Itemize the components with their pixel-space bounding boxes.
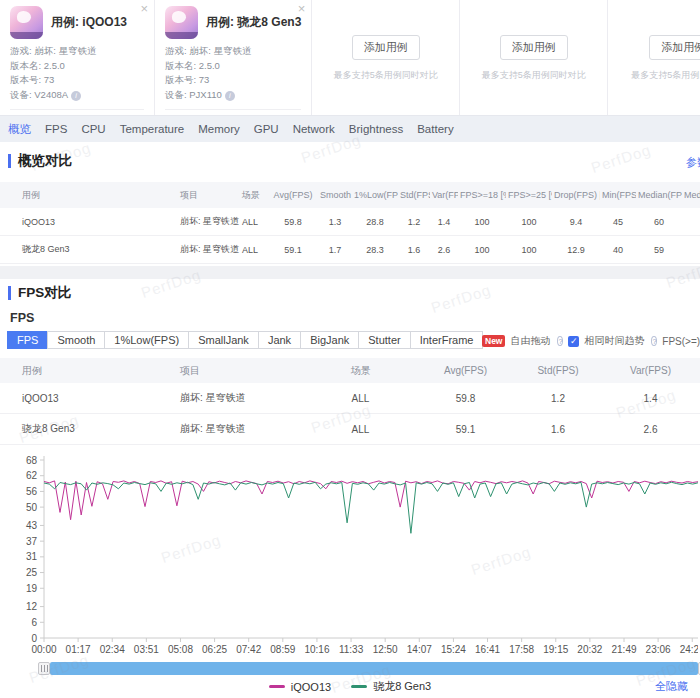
section-divider-band bbox=[0, 266, 700, 279]
case-version-name: 版本名: 2.5.0 bbox=[165, 59, 301, 74]
case-game: 游戏: 崩坏: 星穹铁道 bbox=[165, 44, 301, 59]
svg-text:14:07: 14:07 bbox=[407, 644, 432, 655]
svg-text:08:59: 08:59 bbox=[270, 644, 295, 655]
table-cell: 45 bbox=[600, 217, 636, 227]
svg-text:02:34: 02:34 bbox=[100, 644, 125, 655]
case-cards-row: × 用例: iQOO13 游戏: 崩坏: 星穹铁道 版本名: 2.5.0 版本号… bbox=[0, 0, 700, 116]
svg-text:06:25: 06:25 bbox=[202, 644, 227, 655]
svg-text:62: 62 bbox=[26, 470, 38, 481]
metric-button-smooth[interactable]: Smooth bbox=[47, 331, 105, 349]
legend-item-iqoo13[interactable]: iQOO13 bbox=[269, 681, 331, 693]
table-cell: 1.2 bbox=[398, 217, 430, 227]
column-header: 项目 bbox=[178, 189, 240, 202]
tab-概览[interactable]: 概览 bbox=[8, 122, 31, 137]
case-version-name: 版本名: 2.5.0 bbox=[10, 59, 144, 74]
metric-button-fps[interactable]: FPS bbox=[7, 331, 48, 349]
table-cell: 59.1 bbox=[268, 245, 318, 255]
table-cell: 1.4 bbox=[430, 217, 458, 227]
empty-case-slot: 添加用例 最多支持5条用例同时对比 bbox=[460, 0, 608, 115]
tab-temperature[interactable]: Temperature bbox=[120, 123, 185, 135]
tab-battery[interactable]: Battery bbox=[417, 123, 453, 135]
table-cell: ALL bbox=[303, 424, 418, 435]
help-icon[interactable]: ? bbox=[651, 336, 657, 346]
tab-cpu[interactable]: CPU bbox=[81, 123, 105, 135]
fps-section-header: FPS对比 bbox=[8, 284, 71, 302]
overview-table: 用例项目场景Avg(FPS)Smooth?1%Low(FPS)Std(FPS)V… bbox=[0, 182, 700, 264]
table-cell: 骁龙8 Gen3 bbox=[0, 243, 178, 256]
info-icon[interactable]: i bbox=[71, 91, 81, 101]
svg-text:43: 43 bbox=[26, 520, 38, 531]
fps-subtitle: FPS bbox=[10, 311, 34, 325]
column-header: 用例 bbox=[0, 189, 178, 202]
fps-line-chart[interactable]: 686256504337312519126000:0001:1702:3403:… bbox=[4, 452, 698, 657]
svg-text:12:50: 12:50 bbox=[373, 644, 398, 655]
svg-text:37: 37 bbox=[26, 536, 38, 547]
svg-text:20:32: 20:32 bbox=[577, 644, 602, 655]
metric-button-stutter[interactable]: Stutter bbox=[358, 331, 410, 349]
tab-gpu[interactable]: GPU bbox=[254, 123, 279, 135]
divider bbox=[10, 109, 144, 110]
column-header: Std(FPS) bbox=[398, 190, 430, 200]
table-cell: 9.4 bbox=[552, 217, 600, 227]
column-header: Avg(FPS) bbox=[268, 190, 318, 200]
sync-trend-checkbox[interactable]: ✓ bbox=[568, 336, 579, 347]
tab-brightness[interactable]: Brightness bbox=[349, 123, 403, 135]
free-drag-label: 自由拖动 bbox=[510, 334, 550, 348]
table-cell: 1.7 bbox=[318, 245, 352, 255]
table-row: 骁龙8 Gen3崩坏: 星穹铁道ALL59.11.62.6 bbox=[0, 414, 700, 445]
sync-trend-label: 相同时间趋势 bbox=[584, 334, 644, 348]
case-device: 设备: V2408A bbox=[10, 89, 68, 100]
overview-section-header: 概览对比 bbox=[8, 152, 72, 170]
section-accent-bar bbox=[8, 154, 11, 168]
column-header: 用例 bbox=[0, 364, 178, 378]
svg-text:0: 0 bbox=[31, 633, 37, 644]
tab-fps[interactable]: FPS bbox=[45, 123, 67, 135]
table-row: 骁龙8 Gen3崩坏: 星穹铁道ALL59.11.728.31.62.61001… bbox=[0, 236, 700, 264]
series-line-骁龙8 Gen3 bbox=[44, 482, 698, 533]
table-cell: 60 bbox=[636, 217, 682, 227]
close-icon[interactable]: × bbox=[140, 2, 148, 15]
add-case-button[interactable]: 添加用例 bbox=[352, 35, 420, 60]
section-title: FPS对比 bbox=[18, 284, 71, 302]
metric-button-smalljank[interactable]: SmallJank bbox=[188, 331, 259, 349]
column-header: Drop(FPS) [/h]? bbox=[552, 190, 600, 200]
svg-text:05:08: 05:08 bbox=[168, 644, 193, 655]
metric-button-interframe[interactable]: InterFrame bbox=[410, 331, 484, 349]
chart-legend: iQOO13 骁龙8 Gen3 bbox=[0, 679, 700, 694]
scrollbar-track[interactable] bbox=[50, 662, 698, 675]
svg-text:01:17: 01:17 bbox=[66, 644, 91, 655]
svg-text:00:00: 00:00 bbox=[31, 644, 56, 655]
tab-memory[interactable]: Memory bbox=[198, 123, 240, 135]
hide-all-link[interactable]: 全隐藏 bbox=[655, 679, 688, 694]
legend-item-snapdragon8gen3[interactable]: 骁龙8 Gen3 bbox=[351, 679, 431, 694]
divider bbox=[165, 109, 301, 110]
column-header: Avg(FPS) bbox=[418, 365, 513, 376]
table-cell: 1.6 bbox=[398, 245, 430, 255]
metric-button-bigjank[interactable]: BigJank bbox=[300, 331, 359, 349]
table-cell: 2.6 bbox=[603, 424, 698, 435]
scrollbar-left-handle[interactable] bbox=[38, 662, 50, 675]
metric-button-jank[interactable]: Jank bbox=[258, 331, 301, 349]
metric-button-1%low(fps)[interactable]: 1%Low(FPS) bbox=[104, 331, 189, 349]
chart-scrollbar[interactable] bbox=[8, 662, 700, 675]
add-case-hint: 最多支持5条用例同时对比 bbox=[482, 69, 586, 82]
fps-threshold-label: FPS(>=) bbox=[662, 336, 700, 347]
section-title: 概览对比 bbox=[18, 152, 72, 170]
table-cell: ALL bbox=[303, 393, 418, 404]
tab-bar: 概览FPSCPUTemperatureMemoryGPUNetworkBrigh… bbox=[0, 116, 700, 142]
legend-dash-icon bbox=[351, 685, 367, 688]
add-case-button[interactable]: 添加用例 bbox=[500, 35, 568, 60]
tab-network[interactable]: Network bbox=[293, 123, 335, 135]
params-link[interactable]: 参数 bbox=[686, 155, 700, 170]
add-case-hint: 最多支持5条用例同时对比 bbox=[631, 69, 700, 82]
column-header: Median(FPS) bbox=[636, 190, 682, 200]
info-icon[interactable]: i bbox=[225, 91, 235, 101]
table-cell: 28.8 bbox=[352, 217, 398, 227]
close-icon[interactable]: × bbox=[298, 2, 306, 15]
add-case-button[interactable]: 添加用例 bbox=[649, 35, 700, 60]
column-header: Var(FPS) bbox=[603, 365, 698, 376]
svg-text:68: 68 bbox=[26, 455, 38, 466]
fps-table: 用例项目场景Avg(FPS)Std(FPS)Var(FPS) iQOO13崩坏:… bbox=[0, 358, 700, 445]
table-cell: 12.9 bbox=[552, 245, 600, 255]
help-icon[interactable]: ? bbox=[557, 336, 563, 346]
